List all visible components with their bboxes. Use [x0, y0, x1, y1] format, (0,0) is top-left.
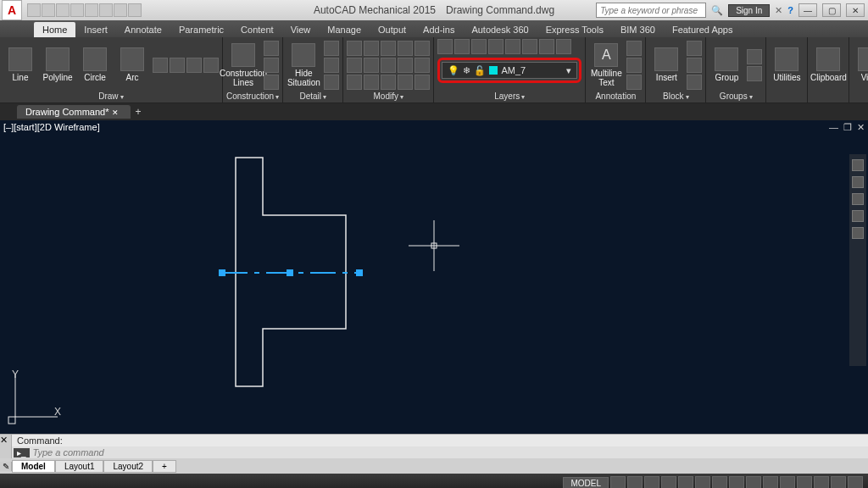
- trim-icon[interactable]: [381, 41, 396, 56]
- layer-tool-icon[interactable]: [505, 39, 520, 54]
- model-space-toggle[interactable]: MODEL: [563, 477, 609, 489]
- tab-output[interactable]: Output: [370, 22, 415, 37]
- grip-end1[interactable]: [219, 269, 225, 276]
- spline-icon[interactable]: [203, 58, 219, 73]
- stretch-icon[interactable]: [347, 75, 362, 90]
- polar-toggle-icon[interactable]: [661, 476, 676, 488]
- mirror-icon[interactable]: [364, 58, 379, 73]
- detail-tool3-icon[interactable]: [324, 75, 339, 90]
- nav-wheel-icon[interactable]: [852, 159, 864, 171]
- insert-block-button[interactable]: Insert: [649, 47, 683, 82]
- transparency-toggle-icon[interactable]: [729, 476, 744, 488]
- tab-insert[interactable]: Insert: [75, 22, 116, 37]
- qat-redo-icon[interactable]: [114, 3, 127, 17]
- tab-content[interactable]: Content: [232, 22, 282, 37]
- circle-button[interactable]: Circle: [78, 47, 112, 82]
- otrack-toggle-icon[interactable]: [695, 476, 710, 488]
- tab-bim360[interactable]: BIM 360: [612, 22, 664, 37]
- layer-tool-icon[interactable]: [522, 39, 537, 54]
- dimension-icon[interactable]: [626, 41, 642, 56]
- tab-featuredapps[interactable]: Featured Apps: [664, 22, 742, 37]
- help-icon[interactable]: ?: [787, 5, 793, 15]
- arc-button[interactable]: Arc: [115, 47, 149, 82]
- tab-manage[interactable]: Manage: [319, 22, 370, 37]
- drawing-viewport[interactable]: [–][start][2D Wireframe] — ❐ ✕ X Y: [0, 120, 868, 434]
- hardware-accel-icon[interactable]: [797, 476, 812, 488]
- create-block-icon[interactable]: [687, 41, 702, 56]
- tab-view[interactable]: View: [282, 22, 320, 37]
- leader-icon[interactable]: [626, 58, 642, 73]
- ray-icon[interactable]: [264, 58, 279, 73]
- close-tab-icon[interactable]: ✕: [112, 108, 119, 117]
- new-tab-button[interactable]: +: [136, 106, 142, 118]
- erase-icon[interactable]: [415, 41, 430, 56]
- qat-saveas-icon[interactable]: [70, 3, 84, 17]
- tab-annotate[interactable]: Annotate: [116, 22, 170, 37]
- explode-icon[interactable]: [415, 58, 430, 73]
- customize-status-icon[interactable]: [848, 476, 863, 488]
- group-button[interactable]: Group: [709, 47, 743, 82]
- layout-tab-model[interactable]: Model: [12, 460, 55, 473]
- panel-title-modify[interactable]: Modify: [347, 91, 430, 103]
- detail-tool2-icon[interactable]: [324, 58, 339, 73]
- maximize-button[interactable]: ▢: [822, 3, 841, 17]
- nav-orbit-icon[interactable]: [852, 210, 864, 222]
- edit-block-icon[interactable]: [687, 58, 702, 73]
- cmd-close-icon[interactable]: ✕: [0, 435, 12, 458]
- snap-toggle-icon[interactable]: [627, 476, 643, 488]
- hide-situation-button[interactable]: Hide Situation: [287, 43, 320, 87]
- array-icon[interactable]: [381, 75, 396, 90]
- osnap-toggle-icon[interactable]: [678, 476, 693, 488]
- drawing-canvas[interactable]: X Y: [0, 120, 868, 434]
- panel-title-construction[interactable]: Construction: [226, 91, 279, 103]
- layer-tool-icon[interactable]: [437, 39, 453, 54]
- group-edit-icon[interactable]: [747, 66, 762, 81]
- scale-icon[interactable]: [364, 75, 379, 90]
- panel-title-block[interactable]: Block: [649, 91, 702, 103]
- layer-tool-icon[interactable]: [539, 39, 554, 54]
- hatch-icon[interactable]: [186, 58, 202, 73]
- panel-title-layers[interactable]: Layers: [437, 91, 581, 103]
- view-button[interactable]: View: [853, 47, 868, 82]
- close-button[interactable]: ✕: [846, 3, 865, 17]
- construction-lines-button[interactable]: Construction Lines: [226, 43, 260, 87]
- layout-tab-layout1[interactable]: Layout1: [55, 460, 104, 473]
- qp-toggle-icon[interactable]: [746, 476, 761, 488]
- qat-plot-icon[interactable]: [85, 3, 98, 17]
- nav-pan-icon[interactable]: [852, 176, 864, 188]
- qat-more-icon[interactable]: [128, 3, 142, 17]
- qat-new-icon[interactable]: [27, 3, 41, 17]
- help-search-input[interactable]: [596, 3, 706, 18]
- block-attr-icon[interactable]: [687, 75, 702, 90]
- file-tab-current[interactable]: Drawing Command* ✕: [17, 105, 131, 119]
- ungroup-icon[interactable]: [747, 49, 762, 64]
- layer-tool-icon[interactable]: [471, 39, 487, 54]
- offset-icon[interactable]: [398, 75, 413, 90]
- ellipse-icon[interactable]: [170, 58, 185, 73]
- nav-showmotion-icon[interactable]: [852, 227, 864, 239]
- chamfer-icon[interactable]: [398, 58, 413, 73]
- layer-dropdown[interactable]: 💡 ❄ 🔓 AM_7 ▾: [442, 62, 577, 79]
- layout-tab-layout2[interactable]: Layout2: [103, 460, 153, 473]
- minimize-button[interactable]: —: [798, 3, 817, 17]
- panel-title-groups[interactable]: Groups: [709, 91, 762, 103]
- selected-centerline[interactable]: [219, 269, 363, 276]
- panel-title-annotation[interactable]: Annotation: [589, 91, 642, 103]
- tab-addins[interactable]: Add-ins: [415, 22, 463, 37]
- app-menu-button[interactable]: A: [2, 0, 22, 20]
- qat-save-icon[interactable]: [56, 3, 70, 17]
- tab-autodesk360[interactable]: Autodesk 360: [463, 22, 537, 37]
- xline-icon[interactable]: [264, 41, 279, 56]
- grip-mid[interactable]: [287, 269, 293, 276]
- grip-end2[interactable]: [356, 269, 363, 276]
- rotate-icon[interactable]: [364, 41, 379, 56]
- panel-title-draw[interactable]: Draw: [3, 91, 219, 103]
- cmd-options-icon[interactable]: ✎: [0, 462, 12, 471]
- tab-parametric[interactable]: Parametric: [170, 22, 232, 37]
- command-input[interactable]: [33, 447, 866, 458]
- clipboard-button[interactable]: Clipboard: [811, 47, 845, 82]
- qat-undo-icon[interactable]: [99, 3, 113, 17]
- line-button[interactable]: Line: [3, 47, 37, 82]
- isolate-icon[interactable]: [814, 476, 829, 488]
- detail-tool1-icon[interactable]: [324, 41, 339, 56]
